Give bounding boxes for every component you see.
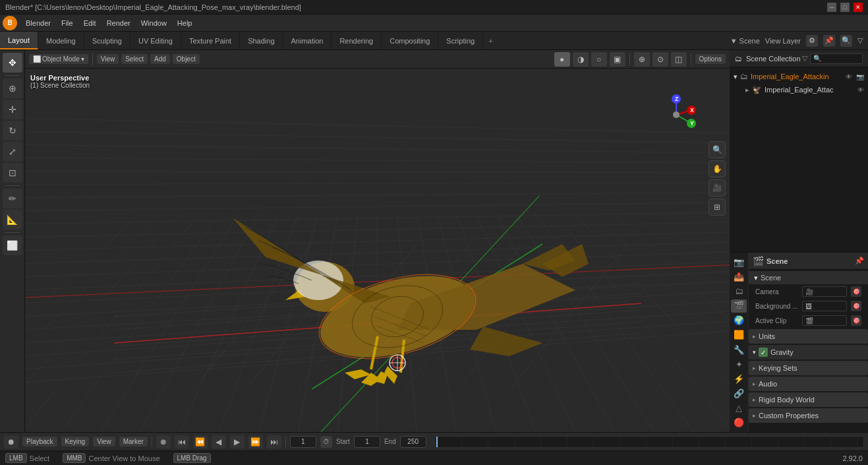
keying-menu[interactable]: Keying bbox=[61, 437, 90, 447]
tab-animation[interactable]: Animation bbox=[283, 32, 332, 49]
tool-cursor[interactable]: ⊕ bbox=[3, 78, 22, 98]
tool-transform[interactable]: ⊡ bbox=[3, 163, 22, 183]
view-layer-settings[interactable]: ⚙ bbox=[806, 35, 818, 47]
object-mode-dropdown[interactable]: ⬜ Object Mode ▾ bbox=[29, 54, 88, 64]
visibility-eye-2[interactable]: 👁 bbox=[857, 86, 864, 94]
units-section[interactable]: ▸ Units bbox=[749, 329, 868, 344]
perspective-toggle[interactable]: ⊞ bbox=[709, 199, 726, 216]
outliner-item-mesh[interactable]: ▸ 🦅 Imperial_Eagle_Attac 👁 bbox=[730, 83, 868, 96]
gravity-checkbox[interactable]: ✓ bbox=[759, 348, 768, 357]
close-button[interactable]: ✕ bbox=[854, 3, 863, 12]
prop-icon-world[interactable]: 🌍 bbox=[731, 314, 747, 327]
menu-help[interactable]: Help bbox=[173, 18, 197, 28]
background-picker[interactable]: 🎯 bbox=[851, 301, 861, 311]
marker-menu[interactable]: Marker bbox=[119, 437, 148, 447]
prop-icon-scene-render[interactable]: 📷 bbox=[731, 255, 747, 268]
prop-icon-scene[interactable]: 🎬 bbox=[731, 299, 747, 313]
menu-window[interactable]: Window bbox=[136, 18, 171, 28]
tab-texture-paint[interactable]: Texture Paint bbox=[181, 32, 240, 49]
tab-rendering[interactable]: Rendering bbox=[332, 32, 382, 49]
clip-picker[interactable]: 🎯 bbox=[851, 315, 861, 326]
tab-compositing[interactable]: Compositing bbox=[382, 32, 438, 49]
viewport-shading-rendered[interactable]: ○ bbox=[591, 52, 607, 67]
viewport-shading-solid[interactable]: ● bbox=[554, 52, 570, 67]
rigid-body-section[interactable]: ▸ Rigid Body World bbox=[749, 392, 868, 407]
audio-section[interactable]: ▸ Audio bbox=[749, 377, 868, 391]
viewport-canvas[interactable]: User Perspective (1) Scene Collection bbox=[25, 69, 730, 432]
viewport[interactable]: ⬜ Object Mode ▾ View Select Add Object ●… bbox=[25, 50, 730, 432]
add-menu[interactable]: Add bbox=[150, 54, 170, 64]
timeline-settings[interactable]: ⏺ bbox=[4, 435, 18, 449]
maximize-button[interactable]: □ bbox=[840, 3, 850, 12]
view-menu[interactable]: View bbox=[97, 54, 119, 64]
options-button[interactable]: Options bbox=[695, 54, 726, 64]
timeline-scrubber[interactable] bbox=[434, 436, 864, 448]
search-button[interactable]: 🔍 bbox=[840, 35, 852, 47]
tool-select[interactable]: ✥ bbox=[3, 53, 22, 73]
next-keyframe-button[interactable]: ⏩ bbox=[248, 435, 263, 449]
outliner-filter[interactable]: ▽ bbox=[802, 54, 807, 63]
camera-picker[interactable]: 🎯 bbox=[851, 286, 861, 297]
keying-sets-section[interactable]: ▸ Keying Sets bbox=[749, 361, 868, 375]
playback-menu[interactable]: Playback bbox=[22, 437, 57, 447]
view-layer-pin[interactable]: 📌 bbox=[823, 35, 835, 47]
frame-jump-icon[interactable]: ⏱ bbox=[320, 436, 332, 448]
filter-icon[interactable]: ▽ bbox=[857, 36, 863, 45]
scene-subsection-header[interactable]: ▾ Scene bbox=[749, 271, 868, 284]
visibility-render-1[interactable]: 📷 bbox=[856, 73, 864, 80]
tool-scale[interactable]: ⤢ bbox=[3, 142, 22, 162]
camera-view-button[interactable]: 🎥 bbox=[709, 179, 726, 197]
tab-uv-editing[interactable]: UV Editing bbox=[130, 32, 181, 49]
play-button[interactable]: ▶ bbox=[230, 435, 245, 449]
prop-icon-modifiers[interactable]: 🔧 bbox=[731, 343, 747, 356]
tab-sculpting[interactable]: Sculpting bbox=[84, 32, 130, 49]
object-menu[interactable]: Object bbox=[173, 54, 200, 64]
tab-modeling[interactable]: Modeling bbox=[38, 32, 84, 49]
tab-layout[interactable]: Layout bbox=[0, 32, 38, 49]
viewport-shading-material[interactable]: ◑ bbox=[573, 52, 589, 67]
menu-blender[interactable]: Blender bbox=[21, 18, 55, 28]
viewport-overlay-toggle[interactable]: ⊙ bbox=[652, 52, 668, 67]
viewport-shading-wireframe[interactable]: ▣ bbox=[610, 52, 625, 67]
select-menu[interactable]: Select bbox=[121, 54, 148, 64]
prop-icon-data[interactable]: △ bbox=[731, 402, 747, 415]
jump-end-button[interactable]: ⏭ bbox=[267, 435, 281, 449]
end-frame-input[interactable]: 250 bbox=[400, 436, 426, 448]
menu-file[interactable]: File bbox=[57, 18, 78, 28]
menu-edit[interactable]: Edit bbox=[79, 18, 101, 28]
props-pin[interactable]: 📌 bbox=[855, 257, 864, 265]
play-reverse-button[interactable]: ◀ bbox=[212, 435, 226, 449]
active-clip-value[interactable]: 🎬 bbox=[802, 315, 847, 326]
tool-rotate[interactable]: ↻ bbox=[3, 121, 22, 140]
prop-icon-output[interactable]: 📤 bbox=[731, 270, 747, 283]
current-frame-input[interactable]: 1 bbox=[290, 436, 316, 448]
prop-icon-view-layer[interactable]: 🗂 bbox=[731, 284, 747, 297]
zoom-in-button[interactable]: 🔍 bbox=[709, 141, 726, 158]
view-menu-timeline[interactable]: View bbox=[93, 437, 115, 447]
minimize-button[interactable]: ─ bbox=[827, 3, 836, 12]
prop-icon-physics[interactable]: ⚡ bbox=[731, 372, 747, 385]
tool-measure[interactable]: 📐 bbox=[3, 210, 22, 230]
tool-move[interactable]: ✛ bbox=[3, 100, 22, 119]
menu-render[interactable]: Render bbox=[102, 18, 135, 28]
viewport-gizmo-toggle[interactable]: ⊕ bbox=[634, 52, 650, 67]
scene-dropdown[interactable]: ▼ Scene bbox=[730, 37, 760, 45]
tab-shading[interactable]: Shading bbox=[240, 32, 283, 49]
tool-annotate[interactable]: ✏ bbox=[3, 189, 22, 208]
prop-icon-material[interactable]: 🔴 bbox=[731, 416, 747, 429]
outliner-item-collection[interactable]: ▾ 🗂 Imperial_Eagle_Attackin 👁 📷 bbox=[730, 70, 868, 83]
jump-start-button[interactable]: ⏮ bbox=[175, 435, 189, 449]
record-button[interactable]: ⏺ bbox=[156, 435, 171, 449]
background-value[interactable]: 🖼 bbox=[802, 301, 847, 311]
start-frame-input[interactable]: 1 bbox=[354, 436, 380, 448]
visibility-eye-1[interactable]: 👁 bbox=[846, 73, 852, 80]
prev-keyframe-button[interactable]: ⏪ bbox=[193, 435, 208, 449]
gravity-section[interactable]: ▾ ✓ Gravity bbox=[749, 345, 868, 359]
xray-toggle[interactable]: ◫ bbox=[671, 52, 687, 67]
prop-icon-particles[interactable]: ✦ bbox=[731, 357, 747, 371]
tool-add[interactable]: ⬜ bbox=[3, 235, 22, 255]
tab-scripting[interactable]: Scripting bbox=[438, 32, 483, 49]
nav-cube[interactable]: X Y Z bbox=[655, 94, 698, 137]
add-workspace-button[interactable]: + bbox=[483, 32, 498, 49]
prop-icon-object[interactable]: 🟧 bbox=[731, 328, 747, 342]
